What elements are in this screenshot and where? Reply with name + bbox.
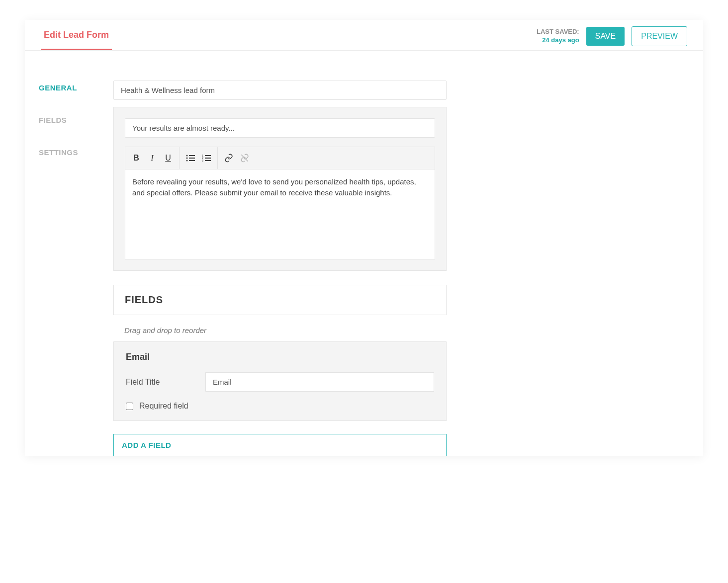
svg-point-2 xyxy=(186,158,188,159)
sidenav-item-general[interactable]: GENERAL xyxy=(39,83,113,116)
app-container: Edit Lead Form LAST SAVED: 24 days ago S… xyxy=(25,20,703,456)
fields-section-header: FIELDS xyxy=(113,285,447,315)
svg-rect-5 xyxy=(189,160,195,161)
editor-toolbar: B I U 123 xyxy=(125,147,435,169)
body: GENERAL FIELDS SETTINGS B I U xyxy=(25,51,703,456)
svg-rect-1 xyxy=(189,155,195,156)
main-content: B I U 123 xyxy=(113,81,447,456)
tab-edit-lead-form[interactable]: Edit Lead Form xyxy=(41,29,112,50)
header: Edit Lead Form LAST SAVED: 24 days ago S… xyxy=(25,20,703,51)
svg-rect-11 xyxy=(205,160,211,161)
header-actions: LAST SAVED: 24 days ago SAVE PREVIEW xyxy=(537,26,687,53)
link-icon[interactable] xyxy=(221,150,237,166)
svg-rect-9 xyxy=(205,158,211,159)
editor-body[interactable]: Before revealing your results, we'd love… xyxy=(125,169,435,259)
field-title-label: Field Title xyxy=(126,378,200,387)
header-tabs: Edit Lead Form xyxy=(41,29,112,50)
toolbar-group-list: 123 xyxy=(180,147,218,169)
field-name: Email xyxy=(126,352,434,362)
fields-title: FIELDS xyxy=(125,294,435,306)
field-card-email[interactable]: Email Field Title Required field xyxy=(113,341,447,421)
add-field-button[interactable]: ADD A FIELD xyxy=(113,434,447,456)
last-saved-label: LAST SAVED: xyxy=(537,28,579,36)
italic-icon[interactable]: I xyxy=(144,150,160,166)
required-row[interactable]: Required field xyxy=(126,402,434,411)
bullet-list-icon[interactable] xyxy=(182,150,198,166)
svg-point-0 xyxy=(186,155,188,157)
general-card: B I U 123 xyxy=(113,107,447,271)
svg-text:3: 3 xyxy=(202,159,203,162)
field-title-input[interactable] xyxy=(205,372,434,392)
svg-rect-7 xyxy=(205,155,211,156)
bold-icon[interactable]: B xyxy=(128,150,144,166)
numbered-list-icon[interactable]: 123 xyxy=(198,150,214,166)
preview-button[interactable]: PREVIEW xyxy=(632,26,687,46)
svg-rect-3 xyxy=(189,158,195,159)
required-label: Required field xyxy=(139,402,188,411)
underline-icon[interactable]: U xyxy=(160,150,176,166)
reorder-hint: Drag and drop to reorder xyxy=(124,326,447,334)
toolbar-group-link xyxy=(218,147,256,169)
toolbar-group-text: B I U xyxy=(125,147,180,169)
form-name-input[interactable] xyxy=(113,81,447,100)
required-checkbox[interactable] xyxy=(126,403,133,410)
svg-point-4 xyxy=(186,160,188,162)
rich-text-editor: B I U 123 xyxy=(125,147,435,259)
save-button[interactable]: SAVE xyxy=(586,27,625,46)
unlink-icon[interactable] xyxy=(237,150,253,166)
side-nav: GENERAL FIELDS SETTINGS xyxy=(39,81,113,456)
field-title-row: Field Title xyxy=(126,372,434,392)
sidenav-item-fields[interactable]: FIELDS xyxy=(39,116,113,148)
form-heading-input[interactable] xyxy=(125,118,435,138)
last-saved: LAST SAVED: 24 days ago xyxy=(537,28,579,45)
last-saved-time: 24 days ago xyxy=(537,36,579,45)
sidenav-item-settings[interactable]: SETTINGS xyxy=(39,148,113,180)
